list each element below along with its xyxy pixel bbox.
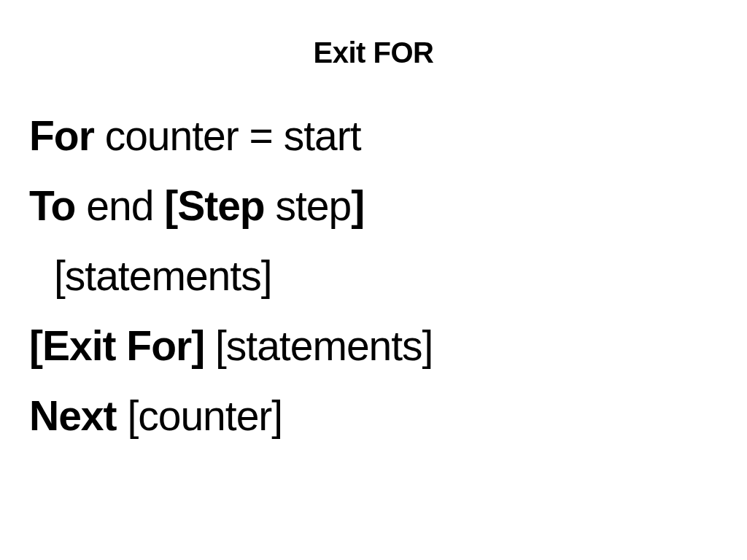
keyword-step-open: [Step xyxy=(164,182,265,229)
text-statements-1: [statements] xyxy=(54,252,271,299)
keyword-to: To xyxy=(29,182,75,229)
code-line-4: [Exit For] [statements] xyxy=(29,311,718,380)
text-counter: [counter] xyxy=(117,392,283,439)
text-statements-2: [statements] xyxy=(204,322,433,369)
code-line-5: Next [counter] xyxy=(29,381,718,450)
slide-title: Exit FOR xyxy=(29,36,718,69)
code-line-3: [statements] xyxy=(29,241,718,310)
slide-body: For counter = start To end [Step step] [… xyxy=(29,101,718,450)
keyword-for: For xyxy=(29,112,94,159)
keyword-exit-for: [Exit For] xyxy=(29,322,204,369)
text-step: step xyxy=(265,182,352,229)
text-counter-start: counter = start xyxy=(94,112,361,159)
code-line-2: To end [Step step] xyxy=(29,171,718,240)
code-line-1: For counter = start xyxy=(29,101,718,170)
keyword-step-close: ] xyxy=(351,182,364,229)
text-end: end xyxy=(75,182,164,229)
keyword-next: Next xyxy=(29,392,117,439)
